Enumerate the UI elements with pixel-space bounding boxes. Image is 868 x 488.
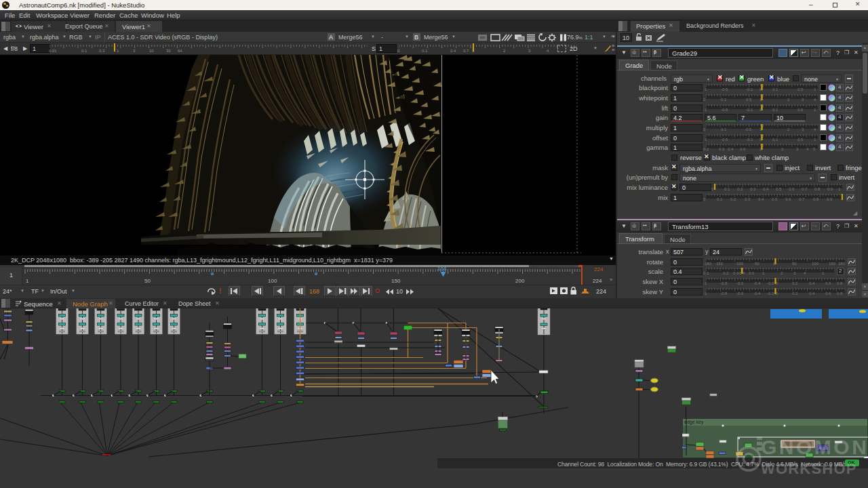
svg-text:WORKSHOP: WORKSHOP [761, 460, 857, 477]
svg-text:GNOMON: GNOMON [761, 436, 868, 458]
